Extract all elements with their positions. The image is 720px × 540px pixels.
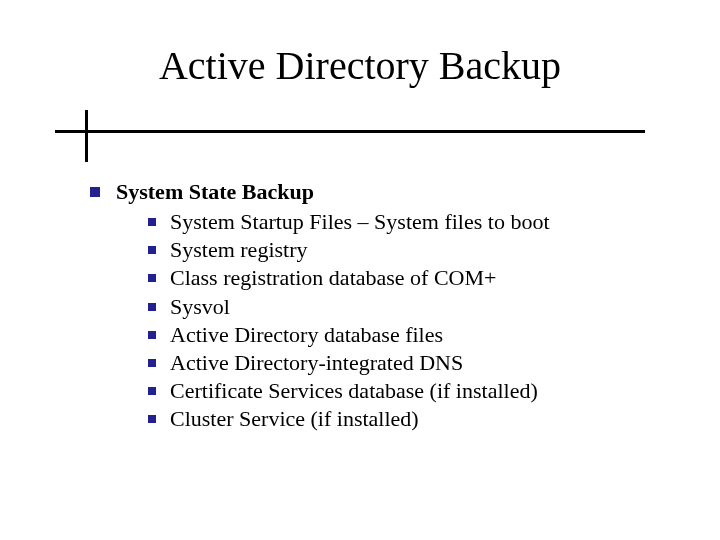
list-text: Active Directory database files xyxy=(170,321,443,349)
title-underline xyxy=(55,130,645,133)
list-text: Certificate Services database (if instal… xyxy=(170,377,538,405)
list-item: Class registration database of COM+ xyxy=(148,264,680,292)
content-area: System State Backup System Startup Files… xyxy=(90,178,680,433)
square-bullet-icon xyxy=(148,218,156,226)
square-bullet-icon xyxy=(148,303,156,311)
list-item: Cluster Service (if installed) xyxy=(148,405,680,433)
list-text: System Startup Files – System files to b… xyxy=(170,208,550,236)
list-text: Active Directory-integrated DNS xyxy=(170,349,463,377)
list-item: Sysvol xyxy=(148,293,680,321)
slide-title: Active Directory Backup xyxy=(0,42,720,89)
square-bullet-icon xyxy=(148,387,156,395)
list-item: Certificate Services database (if instal… xyxy=(148,377,680,405)
square-bullet-icon xyxy=(148,415,156,423)
list-item: Active Directory-integrated DNS xyxy=(148,349,680,377)
list-item: System State Backup xyxy=(90,178,680,206)
square-bullet-icon xyxy=(148,274,156,282)
square-bullet-icon xyxy=(148,331,156,339)
sub-list: System Startup Files – System files to b… xyxy=(148,208,680,433)
list-text: Cluster Service (if installed) xyxy=(170,405,419,433)
list-text: System registry xyxy=(170,236,308,264)
square-bullet-icon xyxy=(148,359,156,367)
list-item: System Startup Files – System files to b… xyxy=(148,208,680,236)
square-bullet-icon xyxy=(148,246,156,254)
list-heading: System State Backup xyxy=(116,178,314,206)
slide: Active Directory Backup System State Bac… xyxy=(0,0,720,540)
list-text: Class registration database of COM+ xyxy=(170,264,496,292)
list-item: Active Directory database files xyxy=(148,321,680,349)
title-accent-bar xyxy=(85,110,88,162)
list-text: Sysvol xyxy=(170,293,230,321)
list-item: System registry xyxy=(148,236,680,264)
square-bullet-icon xyxy=(90,187,100,197)
